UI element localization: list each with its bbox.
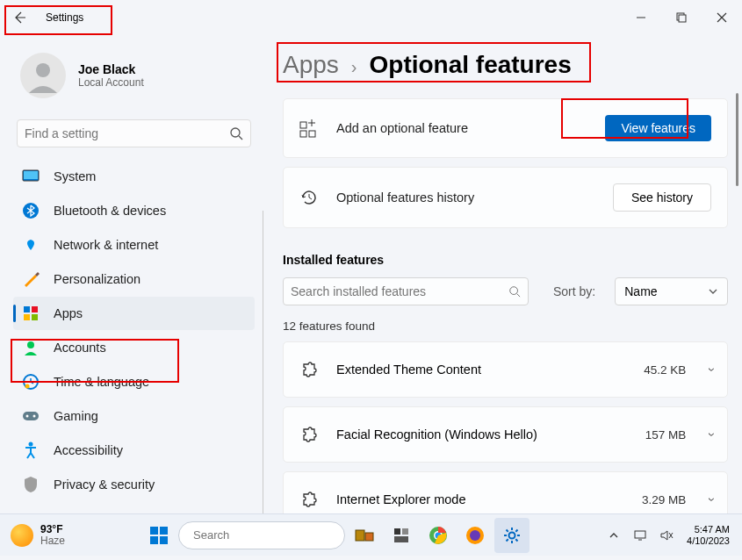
nav-label: Privacy & security <box>54 477 155 492</box>
start-button[interactable] <box>141 518 176 553</box>
sidebar-item-apps[interactable]: Apps <box>13 297 255 330</box>
tray-volume[interactable] <box>655 518 678 553</box>
minimize-button[interactable] <box>621 4 661 32</box>
content-area: Apps › Optional features Add an optional… <box>263 35 742 513</box>
sidebar-item-accounts[interactable]: Accounts <box>13 331 255 364</box>
chevron-down-icon <box>708 286 718 297</box>
taskbar-app-firefox[interactable] <box>457 518 493 553</box>
taskbar-search[interactable] <box>178 521 345 549</box>
feature-size: 45.2 KB <box>644 363 686 377</box>
sidebar-item-time[interactable]: Time & language <box>13 365 255 398</box>
scrollbar[interactable] <box>736 93 738 186</box>
tray-overflow[interactable] <box>602 518 625 553</box>
svg-rect-25 <box>160 536 168 544</box>
features-search-input[interactable] <box>291 284 508 298</box>
taskbar-app-settings[interactable] <box>494 518 529 553</box>
chevron-down-icon: › <box>706 433 720 437</box>
nav-list: System Bluetooth & devices Network & int… <box>13 160 255 501</box>
maximize-button[interactable] <box>661 4 702 32</box>
svg-point-36 <box>470 530 480 541</box>
brush-icon <box>22 270 40 288</box>
feature-size: 157 MB <box>645 428 687 442</box>
nav-label: Accounts <box>54 341 106 355</box>
view-features-button[interactable]: View features <box>605 115 711 141</box>
profile-subtitle: Local Account <box>78 76 144 89</box>
add-app-icon <box>299 118 319 138</box>
sidebar-item-personalization[interactable]: Personalization <box>13 262 255 296</box>
close-button[interactable] <box>702 4 742 32</box>
svg-point-3 <box>231 128 240 137</box>
feature-row[interactable]: Extended Theme Content 45.2 KB › <box>283 341 728 398</box>
taskbar: 93°F Haze 5:47 AM 4/10/2023 <box>0 513 742 556</box>
widgets-icon <box>393 527 410 544</box>
sidebar-item-privacy[interactable]: Privacy & security <box>13 468 255 501</box>
task-view-icon <box>355 528 374 543</box>
chrome-icon <box>429 526 448 545</box>
search-icon <box>229 126 243 140</box>
sidebar-item-bluetooth[interactable]: Bluetooth & devices <box>13 194 255 227</box>
breadcrumb-parent[interactable]: Apps <box>283 51 339 79</box>
display-icon <box>22 168 40 185</box>
back-button[interactable] <box>9 7 30 28</box>
svg-point-17 <box>29 442 33 447</box>
clock-icon <box>22 373 40 391</box>
search-icon <box>508 285 521 298</box>
svg-rect-27 <box>356 530 364 541</box>
nav-label: Time & language <box>54 375 149 389</box>
sidebar-item-network[interactable]: Network & internet <box>13 228 255 262</box>
find-setting-search[interactable] <box>17 119 251 147</box>
svg-rect-31 <box>394 536 408 542</box>
puzzle-icon <box>299 360 319 379</box>
chevron-right-icon: › <box>351 57 357 77</box>
svg-rect-7 <box>24 306 30 312</box>
history-label: Optional features history <box>336 190 595 205</box>
feature-row[interactable]: Internet Explorer mode 3.29 MB › <box>283 471 728 513</box>
svg-rect-30 <box>402 528 408 535</box>
minimize-icon <box>636 12 646 23</box>
window-title: Settings <box>46 11 83 24</box>
chevron-down-icon: › <box>706 368 720 372</box>
close-icon <box>717 12 727 23</box>
breadcrumb-current: Optional features <box>370 51 572 79</box>
feature-row[interactable]: Facial Recognition (Windows Hello) 157 M… <box>283 406 728 463</box>
task-view-button[interactable] <box>347 518 382 553</box>
sidebar-item-accessibility[interactable]: Accessibility <box>13 434 255 467</box>
weather-temp: 93°F <box>40 524 65 535</box>
accessibility-icon <box>22 442 40 459</box>
svg-rect-14 <box>23 412 39 420</box>
time-text: 5:47 AM <box>687 524 730 535</box>
gear-icon <box>502 526 522 545</box>
installed-title: Installed features <box>283 253 728 267</box>
svg-rect-18 <box>300 122 306 128</box>
taskbar-app-widgets[interactable] <box>384 518 419 553</box>
svg-rect-38 <box>635 531 645 538</box>
tray-network[interactable] <box>629 518 652 553</box>
taskbar-weather[interactable]: 93°F Haze <box>7 524 68 547</box>
person-icon <box>25 58 61 93</box>
sidebar-item-gaming[interactable]: Gaming <box>13 399 255 433</box>
volume-mute-icon <box>659 529 674 542</box>
svg-rect-22 <box>150 527 158 535</box>
svg-rect-1 <box>679 15 686 22</box>
sidebar-item-system[interactable]: System <box>13 160 255 193</box>
shield-icon <box>22 476 40 493</box>
sort-dropdown[interactable]: Name <box>615 277 728 305</box>
taskbar-app-chrome[interactable] <box>421 518 456 553</box>
search-input[interactable] <box>25 126 229 140</box>
puzzle-icon <box>299 425 319 444</box>
taskbar-search-input[interactable] <box>193 528 341 542</box>
gaming-icon <box>22 407 40 425</box>
svg-point-37 <box>509 532 515 538</box>
windows-icon <box>149 526 169 545</box>
search-installed-features[interactable] <box>283 277 529 305</box>
chevron-down-icon: › <box>706 498 720 502</box>
add-feature-card: Add an optional feature View features <box>283 98 728 158</box>
svg-point-13 <box>25 384 30 389</box>
svg-point-11 <box>27 341 34 348</box>
svg-rect-24 <box>150 536 158 544</box>
profile-block[interactable]: Joe Black Local Account <box>13 44 255 114</box>
svg-rect-23 <box>160 527 168 535</box>
see-history-button[interactable]: See history <box>613 183 711 212</box>
tray-clock[interactable]: 5:47 AM 4/10/2023 <box>681 524 735 547</box>
titlebar: Settings <box>0 0 742 35</box>
